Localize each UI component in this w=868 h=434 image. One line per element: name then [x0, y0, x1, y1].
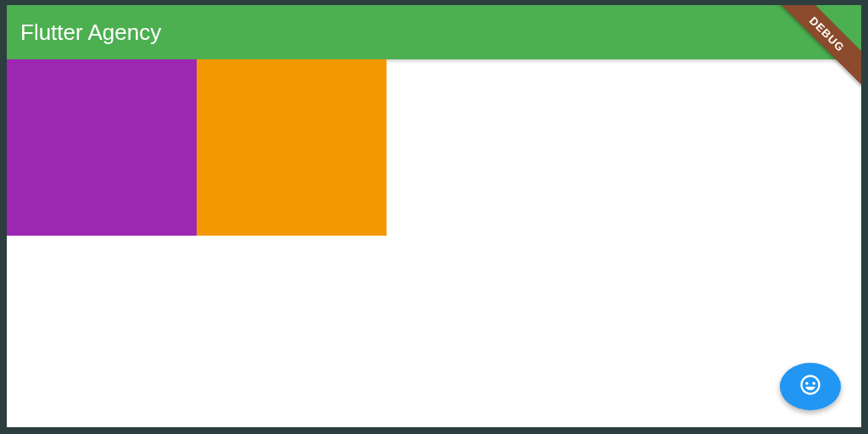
app-bar: Flutter Agency [7, 5, 861, 59]
smiley-icon [798, 373, 822, 400]
app-scaffold: Flutter Agency DEBUG [7, 5, 861, 427]
app-bar-title: Flutter Agency [20, 19, 161, 46]
body-row [7, 59, 861, 236]
color-box-orange [197, 59, 387, 236]
color-box-purple [7, 59, 197, 236]
floating-action-button[interactable] [780, 363, 841, 410]
